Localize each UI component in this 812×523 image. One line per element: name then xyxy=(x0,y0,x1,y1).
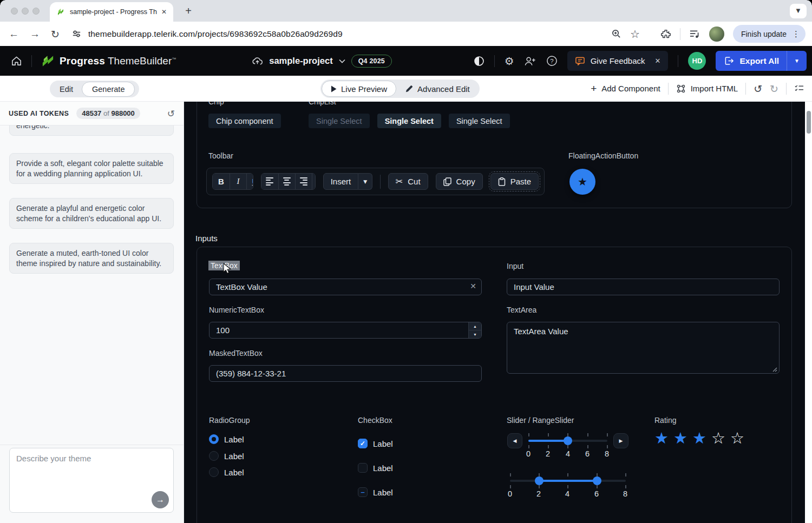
settings-gear-icon[interactable]: ⚙ xyxy=(505,55,514,68)
back-icon[interactable]: ← xyxy=(9,28,19,40)
chiplist-chip-disabled[interactable]: Single Select xyxy=(309,114,370,128)
forward-icon[interactable]: → xyxy=(30,28,40,40)
paste-button[interactable]: Paste xyxy=(490,173,539,190)
insert-button[interactable]: Insert xyxy=(323,173,359,190)
italic-button[interactable]: I xyxy=(230,174,246,189)
checkbox-indeterminate-icon[interactable]: – xyxy=(358,487,368,497)
tab-search-chevron-icon[interactable]: ▼ xyxy=(790,4,807,18)
star-empty-icon[interactable]: ☆ xyxy=(711,429,725,447)
reload-icon[interactable]: ↻ xyxy=(51,28,60,40)
prompt-card[interactable]: Generate a playful and energetic color s… xyxy=(9,198,174,229)
feedback-close-icon[interactable]: ✕ xyxy=(655,57,661,65)
radio-icon[interactable] xyxy=(209,451,219,461)
svg-text:?: ? xyxy=(550,58,553,64)
divider xyxy=(31,55,32,67)
project-switcher[interactable]: sample-project Q4 2025 xyxy=(252,55,392,68)
window-minimize-button[interactable] xyxy=(22,8,29,15)
checkbox-option[interactable]: Label xyxy=(358,463,393,473)
checkbox-label: CheckBox xyxy=(358,416,392,425)
browser-menu-kebab-icon[interactable]: ⋮ xyxy=(790,29,802,39)
component-list-icon[interactable] xyxy=(794,84,804,93)
import-html-button[interactable]: Import HTML xyxy=(676,84,738,94)
slider-handle[interactable] xyxy=(564,436,572,445)
site-info-icon[interactable] xyxy=(71,29,82,39)
clear-icon[interactable]: ✕ xyxy=(470,282,476,290)
export-dropdown-chevron-icon[interactable]: ▼ xyxy=(787,51,807,71)
prompt-card[interactable]: Generate a theme that feels modern and e… xyxy=(9,125,174,136)
export-all-button[interactable]: Export All ▼ xyxy=(716,51,807,71)
align-right-button[interactable] xyxy=(295,174,312,189)
theme-contrast-icon[interactable] xyxy=(474,56,484,67)
rangeslider-start-handle[interactable] xyxy=(535,476,543,485)
new-tab-button[interactable]: + xyxy=(181,3,196,18)
tab-edit[interactable]: Edit xyxy=(51,82,82,96)
align-left-button[interactable] xyxy=(261,174,278,189)
slider-increase-button[interactable]: ▶ xyxy=(613,433,628,448)
browser-profile-avatar[interactable] xyxy=(709,27,724,42)
resize-handle-icon[interactable] xyxy=(772,367,777,372)
bookmark-star-icon[interactable]: ☆ xyxy=(630,28,640,41)
bold-button[interactable]: B xyxy=(213,174,230,189)
undo-icon[interactable]: ↺ xyxy=(754,83,762,95)
numerictextbox-input[interactable] xyxy=(209,322,482,339)
window-close-button[interactable] xyxy=(11,8,18,15)
submit-prompt-button[interactable]: → xyxy=(152,491,169,508)
media-playlist-icon[interactable] xyxy=(689,29,700,39)
copy-button[interactable]: Copy xyxy=(436,173,483,190)
window-zoom-button[interactable] xyxy=(32,8,40,15)
tokens-label: USED AI TOKENS xyxy=(9,110,69,117)
rangeslider-end-handle[interactable] xyxy=(593,476,601,485)
invite-user-icon[interactable] xyxy=(524,56,536,67)
input-field[interactable] xyxy=(507,279,780,295)
star-filled-icon[interactable]: ★ xyxy=(692,429,706,447)
spinner-up-icon[interactable]: ▲ xyxy=(469,322,481,330)
spinner-down-icon[interactable]: ▼ xyxy=(469,330,481,338)
align-justify-button[interactable] xyxy=(312,174,316,189)
insert-dropdown-chevron-icon[interactable]: ▼ xyxy=(358,173,372,190)
browser-tab[interactable]: sample-project - Progress Th ✕ xyxy=(50,2,173,22)
redo-icon[interactable]: ↻ xyxy=(770,83,778,95)
chiplist-chip[interactable]: Single Select xyxy=(449,114,510,128)
advanced-edit-button[interactable]: Advanced Edit xyxy=(396,81,479,97)
add-component-button[interactable]: + Add Component xyxy=(591,83,660,94)
radio-icon[interactable] xyxy=(209,467,219,477)
checkbox-option[interactable]: ✓ Label xyxy=(358,439,393,448)
maskedtextbox-input[interactable] xyxy=(209,365,482,382)
finish-update-button[interactable]: Finish update ⋮ xyxy=(733,25,806,43)
checkbox-checked-icon[interactable]: ✓ xyxy=(358,439,368,448)
home-icon[interactable] xyxy=(11,55,22,67)
checkbox-icon[interactable] xyxy=(358,463,368,473)
radio-option[interactable]: Label xyxy=(209,467,244,477)
address-bar[interactable]: themebuilderapp.telerik.com/projects/698… xyxy=(71,29,343,39)
cut-button[interactable]: ✂ Cut xyxy=(388,173,428,190)
url-text[interactable]: themebuilderapp.telerik.com/projects/698… xyxy=(88,29,343,39)
zoom-icon[interactable] xyxy=(611,29,621,39)
help-icon[interactable]: ? xyxy=(546,55,558,67)
checkbox-option[interactable]: – Label xyxy=(358,487,393,497)
align-center-button[interactable] xyxy=(278,174,295,189)
star-empty-icon[interactable]: ☆ xyxy=(730,429,744,447)
radio-option[interactable]: Label xyxy=(209,451,244,461)
underline-button[interactable]: U xyxy=(246,174,253,189)
chiplist-chip-selected[interactable]: Single Select xyxy=(377,114,441,128)
tab-generate[interactable]: Generate xyxy=(82,82,135,97)
user-avatar[interactable]: HD xyxy=(688,52,706,70)
textarea-input[interactable]: TextArea Value xyxy=(507,322,780,374)
textbox-input[interactable] xyxy=(209,279,482,295)
scrollbar-thumb[interactable] xyxy=(807,111,811,134)
theme-prompt-input[interactable] xyxy=(10,448,173,512)
prompt-card[interactable]: Generate a muted, earth-toned UI color t… xyxy=(9,243,174,274)
tab-close-icon[interactable]: ✕ xyxy=(160,8,168,16)
prompt-card[interactable]: Provide a soft, elegant color palette su… xyxy=(9,153,174,184)
extensions-puzzle-icon[interactable] xyxy=(660,29,671,39)
star-filled-icon[interactable]: ★ xyxy=(654,429,669,447)
slider-decrease-button[interactable]: ◀ xyxy=(507,433,522,448)
live-preview-button[interactable]: Live Preview xyxy=(322,81,396,97)
radio-selected-icon[interactable] xyxy=(209,434,219,444)
floating-action-button[interactable]: ★ xyxy=(569,169,595,195)
give-feedback-button[interactable]: Give Feedback ✕ xyxy=(567,51,669,71)
reset-tokens-icon[interactable]: ↺ xyxy=(167,108,175,119)
star-filled-icon[interactable]: ★ xyxy=(673,429,687,447)
radio-option[interactable]: Label xyxy=(209,434,244,444)
chip-component[interactable]: Chip component xyxy=(208,114,281,128)
